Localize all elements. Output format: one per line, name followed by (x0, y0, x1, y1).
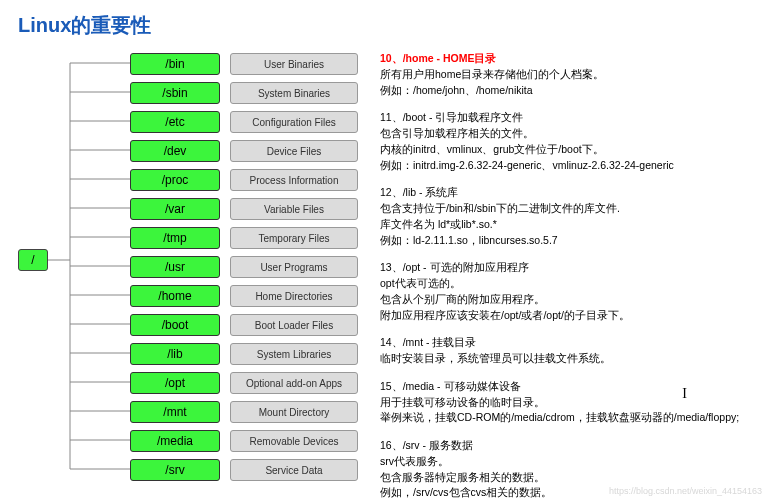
note-11: 11、/boot - 引导加载程序文件 包含引导加载程序相关的文件。 内核的in… (380, 110, 750, 173)
dir-desc: Variable Files (230, 198, 358, 220)
dir-row: /srvService Data (130, 458, 358, 482)
dir-box: /etc (130, 111, 220, 133)
dir-row: /usrUser Programs (130, 255, 358, 279)
dir-desc: Device Files (230, 140, 358, 162)
dir-row: /binUser Binaries (130, 52, 358, 76)
dir-desc: Temporary Files (230, 227, 358, 249)
note-13-heading: 13、/opt - 可选的附加应用程序 (380, 260, 750, 276)
content-area: / /binUser Binaries/sbinSystem Binaries/… (0, 49, 772, 500)
note-11-heading: 11、/boot - 引导加载程序文件 (380, 110, 750, 126)
note-line: 举例来说，挂载CD-ROM的/media/cdrom，挂载软盘驱动器的/medi… (380, 410, 750, 426)
dir-row: /tmpTemporary Files (130, 226, 358, 250)
note-line: opt代表可选的。 (380, 276, 750, 292)
dir-box: /lib (130, 343, 220, 365)
note-line: 临时安装目录，系统管理员可以挂载文件系统。 (380, 351, 750, 367)
note-14-heading: 14、/mnt - 挂载目录 (380, 335, 750, 351)
dir-box: /home (130, 285, 220, 307)
note-16-heading: 16、/srv - 服务数据 (380, 438, 750, 454)
description-column: 10、/home - HOME目录 所有用户用home目录来存储他们的个人档案。… (380, 49, 750, 500)
text-cursor-icon: I (682, 386, 687, 402)
dir-desc: User Binaries (230, 53, 358, 75)
dir-box: /dev (130, 140, 220, 162)
note-10: 10、/home - HOME目录 所有用户用home目录来存储他们的个人档案。… (380, 51, 750, 98)
note-line: 所有用户用home目录来存储他们的个人档案。 (380, 67, 750, 83)
dir-box: /opt (130, 372, 220, 394)
watermark: https://blog.csdn.net/weixin_44154163 (609, 486, 762, 496)
dir-row: /homeHome Directories (130, 284, 358, 308)
dir-box: /tmp (130, 227, 220, 249)
dir-desc: System Binaries (230, 82, 358, 104)
filesystem-diagram: / /binUser Binaries/sbinSystem Binaries/… (10, 49, 380, 489)
dir-box: /sbin (130, 82, 220, 104)
page-title: Linux的重要性 (0, 0, 772, 49)
note-line: srv代表服务。 (380, 454, 750, 470)
note-12-heading: 12、/lib - 系统库 (380, 185, 750, 201)
dir-box: /proc (130, 169, 220, 191)
note-13: 13、/opt - 可选的附加应用程序 opt代表可选的。 包含从个别厂商的附加… (380, 260, 750, 323)
note-line: 例如：/home/john、/home/nikita (380, 83, 750, 99)
dir-desc: Removable Devices (230, 430, 358, 452)
dir-box: /srv (130, 459, 220, 481)
dir-desc: Optional add-on Apps (230, 372, 358, 394)
note-line: 例如：ld-2.11.1.so，libncurses.so.5.7 (380, 233, 750, 249)
dir-desc: Boot Loader Files (230, 314, 358, 336)
note-line: 包含服务器特定服务相关的数据。 (380, 470, 750, 486)
note-line: 包含引导加载程序相关的文件。 (380, 126, 750, 142)
note-line: 库文件名为 ld*或lib*.so.* (380, 217, 750, 233)
dir-desc: Home Directories (230, 285, 358, 307)
dir-row: /mntMount Directory (130, 400, 358, 424)
dir-row: /optOptional add-on Apps (130, 371, 358, 395)
dir-box: /mnt (130, 401, 220, 423)
dir-desc: Configuration Files (230, 111, 358, 133)
dir-box: /media (130, 430, 220, 452)
root-dir: / (18, 249, 48, 271)
note-15-heading: 15、/media - 可移动媒体设备 (380, 379, 750, 395)
dir-desc: Process Information (230, 169, 358, 191)
note-14: 14、/mnt - 挂载目录 临时安装目录，系统管理员可以挂载文件系统。 (380, 335, 750, 367)
dir-row: /etcConfiguration Files (130, 110, 358, 134)
dir-row: /devDevice Files (130, 139, 358, 163)
note-line: 例如：initrd.img-2.6.32-24-generic、vmlinuz-… (380, 158, 750, 174)
note-line: 包含支持位于/bin和/sbin下的二进制文件的库文件. (380, 201, 750, 217)
dir-desc: System Libraries (230, 343, 358, 365)
dir-row: /procProcess Information (130, 168, 358, 192)
dir-desc: Mount Directory (230, 401, 358, 423)
dir-row: /libSystem Libraries (130, 342, 358, 366)
note-line: 用于挂载可移动设备的临时目录。 (380, 395, 750, 411)
dir-row: /sbinSystem Binaries (130, 81, 358, 105)
note-15: 15、/media - 可移动媒体设备 用于挂载可移动设备的临时目录。 举例来说… (380, 379, 750, 426)
dir-row: /mediaRemovable Devices (130, 429, 358, 453)
dir-box: /var (130, 198, 220, 220)
dir-desc: User Programs (230, 256, 358, 278)
dir-desc: Service Data (230, 459, 358, 481)
note-10-heading: 10、/home - HOME目录 (380, 51, 750, 67)
dir-box: /bin (130, 53, 220, 75)
note-12: 12、/lib - 系统库 包含支持位于/bin和/sbin下的二进制文件的库文… (380, 185, 750, 248)
note-line: 附加应用程序应该安装在/opt/或者/opt/的子目录下。 (380, 308, 750, 324)
dir-row: /varVariable Files (130, 197, 358, 221)
dir-box: /usr (130, 256, 220, 278)
dir-box: /boot (130, 314, 220, 336)
note-line: 内核的initrd、vmlinux、grub文件位于/boot下。 (380, 142, 750, 158)
note-line: 包含从个别厂商的附加应用程序。 (380, 292, 750, 308)
dir-row: /bootBoot Loader Files (130, 313, 358, 337)
